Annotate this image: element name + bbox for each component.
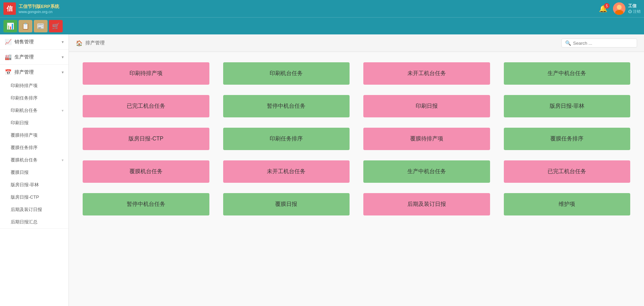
btn-completed-machine-task2[interactable]: 已完工机台任务	[504, 160, 631, 183]
toolbar-btn-shop[interactable]: 🛒	[49, 20, 63, 32]
layout: 📈 销售管理 ▾ 🏭 生产管理 ▾ 📅 排产管理 ▾ 印刷待排产项	[0, 34, 644, 306]
sales-chevron-icon: ▾	[62, 40, 64, 44]
btn-not-started-machine-task[interactable]: 未开工机台任务	[363, 62, 490, 85]
sidebar-group-sales: 📈 销售管理 ▾	[0, 34, 69, 50]
btn-plate-daily-ctp[interactable]: 版房日报-CTP	[83, 128, 209, 150]
sidebar-group-scheduling: 📅 排产管理 ▾ 印刷待排产项 印刷任务排序 印刷机台任务 ▾ 印刷日报 覆膜待…	[0, 65, 69, 229]
notification-badge: 5	[604, 3, 610, 9]
app-subtitle: www.gongxin.org.cn	[19, 10, 59, 14]
sidebar-item-print-machine-task[interactable]: 印刷机台任务 ▾	[0, 104, 69, 117]
sidebar-item-plate-daily-film[interactable]: 版房日报-菲林	[0, 179, 69, 191]
sidebar-item-post-binding-daily[interactable]: 后期及装订日报	[0, 203, 69, 216]
btn-paused-machine-task2[interactable]: 暂停中机台任务	[83, 193, 209, 215]
page-header: 🏠 排产管理 🔍	[69, 34, 644, 52]
btn-maintenance[interactable]: 维护项	[504, 193, 631, 215]
scheduling-icon: 📅	[5, 69, 12, 75]
logo-text: 工信节刊版ERP系统 www.gongxin.org.cn	[19, 3, 59, 14]
btn-print-task-order[interactable]: 印刷任务排序	[223, 128, 350, 150]
scheduling-chevron-icon: ▾	[62, 70, 64, 75]
app-title: 工信节刊版ERP系统	[19, 3, 59, 10]
logo-icon: 信	[3, 2, 16, 15]
toolbar: 📊 📋 📰 🛒	[0, 17, 644, 34]
film-machine-task-chevron-icon: ▾	[62, 158, 64, 162]
search-box[interactable]: 🔍	[561, 39, 637, 48]
top-header: 信 工信节刊版ERP系统 www.gongxin.org.cn 🔔 5 工信 ⏻…	[0, 0, 644, 17]
toolbar-btn-news[interactable]: 📰	[34, 20, 48, 32]
sidebar-item-film-task-order[interactable]: 覆膜任务排序	[0, 141, 69, 154]
btn-film-pending[interactable]: 覆膜待排产项	[363, 128, 490, 150]
user-info: 工信 ⏻ 注销	[628, 3, 641, 14]
header-right: 🔔 5 工信 ⏻ 注销	[599, 2, 641, 15]
page-title: 排产管理	[85, 40, 105, 46]
home-icon: 🏠	[76, 40, 83, 46]
logout-button[interactable]: ⏻ 注销	[628, 9, 641, 14]
btn-plate-daily-film[interactable]: 版房日报-菲林	[504, 95, 631, 117]
toolbar-btn-dashboard[interactable]: 📊	[3, 20, 17, 32]
sidebar-item-print-pending[interactable]: 印刷待排产项	[0, 80, 69, 92]
search-icon: 🔍	[565, 40, 571, 46]
sidebar-group-production-label: 生产管理	[14, 54, 34, 60]
logo-area: 信 工信节刊版ERP系统 www.gongxin.org.cn	[3, 2, 59, 15]
sidebar-group-sales-label: 销售管理	[14, 39, 34, 45]
sidebar-item-print-daily[interactable]: 印刷日报	[0, 117, 69, 129]
notification-button[interactable]: 🔔 5	[599, 4, 607, 13]
production-chevron-icon: ▾	[62, 55, 64, 60]
sidebar-item-film-pending[interactable]: 覆膜待排产项	[0, 129, 69, 141]
search-input[interactable]	[573, 41, 633, 46]
btn-print-pending[interactable]: 印刷待排产项	[83, 62, 209, 85]
sidebar-group-scheduling-header[interactable]: 📅 排产管理 ▾	[0, 65, 69, 80]
btn-post-binding-daily[interactable]: 后期及装订日报	[363, 193, 490, 215]
sidebar-group-production: 🏭 生产管理 ▾	[0, 50, 69, 65]
sidebar-item-daily-summary[interactable]: 后期日报汇总	[0, 216, 69, 228]
sidebar-item-film-machine-task[interactable]: 覆膜机台任务 ▾	[0, 154, 69, 166]
sidebar-item-plate-daily-ctp[interactable]: 版房日报-CTP	[0, 191, 69, 203]
sidebar-group-sales-header[interactable]: 📈 销售管理 ▾	[0, 34, 69, 49]
sales-icon: 📈	[5, 39, 12, 45]
btn-print-machine-task[interactable]: 印刷机台任务	[223, 62, 350, 85]
toolbar-btn-list[interactable]: 📋	[19, 20, 32, 32]
btn-not-started-machine-task2[interactable]: 未开工机台任务	[223, 160, 350, 183]
avatar	[613, 2, 625, 15]
sidebar-group-production-header[interactable]: 🏭 生产管理 ▾	[0, 50, 69, 64]
sidebar-item-film-daily[interactable]: 覆膜日报	[0, 166, 69, 179]
btn-film-task-order[interactable]: 覆膜任务排序	[504, 128, 631, 150]
btn-film-machine-task[interactable]: 覆膜机台任务	[83, 160, 209, 183]
username: 工信	[628, 3, 641, 9]
btn-print-daily[interactable]: 印刷日报	[363, 95, 490, 117]
grid-area: 印刷待排产项 印刷机台任务 未开工机台任务 生产中机台任务 已完工机台任务 暂停…	[69, 52, 644, 226]
sidebar: 📈 销售管理 ▾ 🏭 生产管理 ▾ 📅 排产管理 ▾ 印刷待排产项	[0, 34, 69, 306]
breadcrumb: 🏠 排产管理	[76, 40, 105, 46]
btn-paused-machine-task[interactable]: 暂停中机台任务	[223, 95, 350, 117]
sidebar-group-scheduling-label: 排产管理	[14, 69, 34, 75]
btn-in-production-machine-task[interactable]: 生产中机台任务	[504, 62, 631, 85]
main-content: 🏠 排产管理 🔍 印刷待排产项 印刷机台任务 未开工机台任务 生产中机台任务 已…	[69, 34, 644, 306]
svg-point-1	[617, 5, 622, 10]
btn-completed-machine-task[interactable]: 已完工机台任务	[83, 95, 209, 117]
sidebar-item-print-task-order[interactable]: 印刷任务排序	[0, 92, 69, 104]
production-icon: 🏭	[5, 54, 12, 60]
user-area: 工信 ⏻ 注销	[613, 2, 641, 15]
btn-film-daily[interactable]: 覆膜日报	[223, 193, 350, 215]
btn-in-production-machine-task2[interactable]: 生产中机台任务	[363, 160, 490, 183]
print-machine-task-chevron-icon: ▾	[62, 108, 64, 113]
